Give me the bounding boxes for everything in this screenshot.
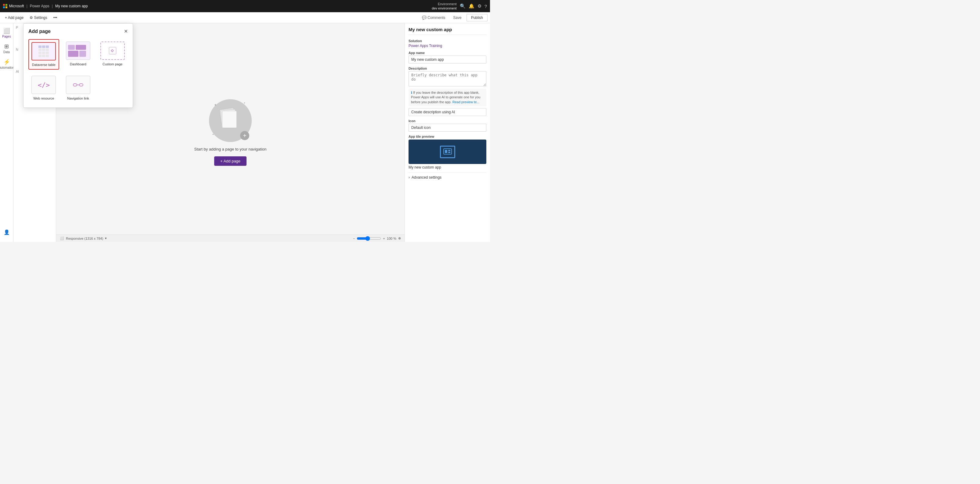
custom-inner-icon bbox=[109, 47, 116, 54]
ms-logo-icon bbox=[3, 4, 7, 8]
sidebar-item-user[interactable]: 👤 bbox=[1, 227, 13, 237]
app-tile-preview bbox=[409, 139, 486, 164]
app-tile-svg bbox=[443, 149, 452, 155]
page-type-dashboard[interactable]: Dashboard bbox=[63, 39, 94, 70]
sidebar-item-automation[interactable]: ⚡ Automation bbox=[1, 57, 13, 71]
zoom-percent: 100 % bbox=[387, 236, 396, 240]
web-resource-brackets: </> bbox=[38, 81, 50, 89]
read-preview-link[interactable]: Read preview te... bbox=[452, 100, 480, 104]
sparkle-bl: ✦ bbox=[212, 133, 214, 136]
advanced-settings-toggle[interactable]: › Advanced settings bbox=[409, 173, 486, 180]
page-type-navigation-link[interactable]: Navigation link bbox=[63, 73, 94, 102]
powerapps-label: Power Apps bbox=[30, 4, 49, 8]
statusbar: ⬜ Responsive (1316 x 784) ▾ − + 100 % ⊕ bbox=[56, 235, 404, 242]
search-icon[interactable]: 🔍 bbox=[460, 3, 466, 9]
dialog-header: Add page ✕ bbox=[29, 29, 128, 34]
svg-rect-1 bbox=[445, 150, 447, 153]
app-name-label: App name bbox=[409, 51, 486, 55]
sparkle-tr: ✦ bbox=[243, 102, 246, 104]
zoom-plus-icon[interactable]: + bbox=[383, 236, 385, 240]
topbar-app-name: My new custom app bbox=[55, 4, 88, 8]
icon-input[interactable] bbox=[409, 124, 486, 132]
publish-button[interactable]: Publish bbox=[466, 14, 488, 21]
page-type-web-resource[interactable]: </> Web resource bbox=[29, 73, 59, 102]
solution-value: Power Apps Training bbox=[409, 44, 486, 48]
custom-page-label: Custom page bbox=[102, 62, 123, 66]
data-icon: ⊞ bbox=[4, 43, 9, 50]
advanced-settings-label: Advanced settings bbox=[412, 175, 441, 180]
dialog-close-button[interactable]: ✕ bbox=[124, 29, 128, 34]
topbar-right: Environment dev environment 🔍 🔔 ⚙ ? bbox=[432, 2, 487, 10]
more-button[interactable]: ••• bbox=[51, 14, 60, 21]
env-info: Environment dev environment bbox=[432, 2, 457, 10]
topbar: Microsoft | Power Apps | My new custom a… bbox=[0, 0, 490, 12]
page-type-dataverse-table[interactable]: Dataverse table bbox=[29, 39, 59, 70]
create-ai-button[interactable]: Create description using AI bbox=[409, 108, 486, 116]
sidebar-item-data[interactable]: ⊞ Data bbox=[1, 41, 13, 56]
app-tile-preview-label: App tile preview bbox=[409, 135, 486, 138]
center-add-page-button[interactable]: + Add page bbox=[214, 157, 247, 166]
settings-button[interactable]: ⚙ Settings bbox=[27, 14, 50, 21]
navigation-link-label: Navigation link bbox=[67, 96, 89, 100]
gear-icon[interactable]: ⚙ bbox=[477, 3, 482, 9]
dashboard-icon bbox=[66, 42, 90, 60]
add-page-dialog: Add page ✕ bbox=[23, 23, 133, 108]
right-panel: My new custom app Solution Power Apps Tr… bbox=[404, 23, 490, 242]
svg-rect-0 bbox=[444, 149, 452, 154]
description-textarea[interactable] bbox=[409, 71, 486, 86]
nav-link-chain-icon bbox=[73, 81, 84, 89]
dashboard-label: Dashboard bbox=[70, 62, 86, 66]
empty-state-circle: ✦ ✦ ✦ ✦ + bbox=[209, 99, 252, 142]
navigation-link-icon bbox=[66, 76, 90, 94]
cmd-right-actions: 💬 Comments Save Publish bbox=[419, 14, 488, 21]
sidebar-bottom: 👤 bbox=[1, 225, 13, 240]
page-card-3 bbox=[222, 111, 237, 128]
zoom-slider[interactable] bbox=[357, 236, 381, 241]
app-tile-name: My new custom app bbox=[409, 165, 486, 169]
responsive-icon: ⬜ bbox=[60, 236, 64, 240]
commandbar: + Add page ⚙ Settings ••• 💬 Comments Sav… bbox=[0, 12, 490, 23]
description-label: Description bbox=[409, 67, 486, 70]
chevron-right-icon: › bbox=[409, 175, 410, 180]
empty-state-text: Start by adding a page to your navigatio… bbox=[194, 147, 266, 152]
dialog-title: Add page bbox=[29, 29, 51, 34]
zoom-controls: − + 100 % ⊕ bbox=[353, 236, 401, 241]
help-icon[interactable]: ? bbox=[485, 4, 487, 9]
icon-label: Icon bbox=[409, 119, 486, 123]
solution-label: Solution bbox=[409, 39, 486, 43]
left-sidebar: ⬜ Pages ⊞ Data ⚡ Automation 👤 bbox=[0, 23, 13, 242]
sidebar-item-pages[interactable]: ⬜ Pages bbox=[1, 26, 13, 40]
ms-logo-group: Microsoft bbox=[3, 4, 24, 8]
zoom-minus-icon[interactable]: − bbox=[353, 236, 355, 240]
app-name-input[interactable] bbox=[409, 56, 486, 64]
save-button[interactable]: Save bbox=[450, 14, 465, 21]
chevron-down-icon[interactable]: ▾ bbox=[105, 236, 107, 240]
env-name: dev environment bbox=[432, 6, 457, 10]
svg-rect-3 bbox=[448, 152, 450, 153]
comments-button[interactable]: 💬 Comments bbox=[419, 14, 448, 21]
dialog-grid: Dataverse table Dashboard bbox=[29, 39, 128, 102]
pages-label: Pages bbox=[2, 35, 11, 38]
empty-state: ✦ ✦ ✦ ✦ + Start by adding a page to your… bbox=[194, 99, 266, 166]
data-label: Data bbox=[3, 50, 10, 54]
svg-rect-5 bbox=[80, 84, 83, 86]
right-panel-title: My new custom app bbox=[409, 27, 486, 35]
user-icon: 👤 bbox=[4, 229, 10, 235]
zoom-fit-icon[interactable]: ⊕ bbox=[398, 236, 401, 240]
bell-icon[interactable]: 🔔 bbox=[469, 3, 474, 9]
topbar-separator: | bbox=[27, 4, 27, 8]
automation-label: Automation bbox=[0, 66, 14, 69]
pages-icon: ⬜ bbox=[3, 27, 10, 34]
web-resource-icon: </> bbox=[32, 76, 56, 94]
info-icon: ℹ bbox=[411, 91, 412, 94]
responsive-label: Responsive (1316 x 784) bbox=[66, 236, 103, 240]
svg-rect-4 bbox=[73, 84, 77, 86]
env-label: Environment bbox=[432, 2, 457, 6]
ai-info-box: ℹ If you leave the description of this a… bbox=[409, 89, 486, 106]
add-page-button[interactable]: + Add page bbox=[2, 14, 26, 21]
page-type-custom-page[interactable]: Custom page bbox=[97, 39, 128, 70]
automation-icon: ⚡ bbox=[3, 59, 10, 65]
app-tile-icon bbox=[440, 146, 455, 158]
sparkle-tl: ✦ bbox=[214, 103, 217, 107]
pages-stack bbox=[222, 111, 239, 131]
